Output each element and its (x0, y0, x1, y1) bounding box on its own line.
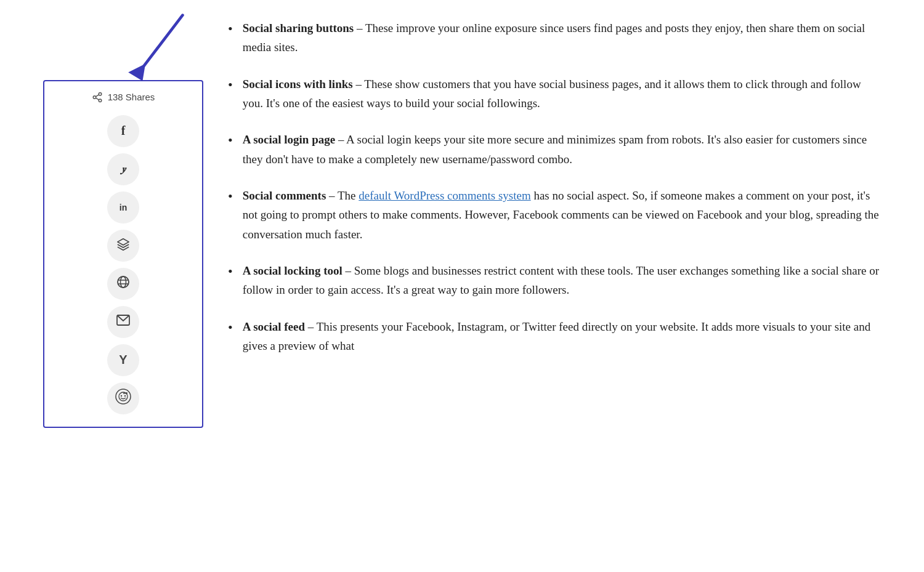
list-text-6: A social feed – This presents your Faceb… (243, 317, 881, 356)
svg-marker-1 (128, 64, 145, 81)
share-count-text: 138 Shares (108, 90, 155, 105)
svg-point-14 (121, 395, 122, 397)
bullet-5: • (228, 262, 233, 281)
print-icon (116, 275, 131, 292)
svg-point-12 (116, 389, 131, 404)
svg-line-6 (95, 95, 99, 97)
email-button[interactable] (107, 306, 139, 338)
yummly-icon: Y (119, 353, 127, 367)
list-text-1: Social sharing buttons – These improve y… (243, 18, 881, 57)
list-item-6: • A social feed – This presents your Fac… (228, 317, 881, 356)
list-item-1: • Social sharing buttons – These improve… (228, 18, 881, 57)
email-icon (116, 315, 130, 329)
list-rest-3: – A social login keeps your site more se… (243, 133, 867, 165)
twitter-icon: 𝒚 (121, 164, 126, 175)
bullet-3: • (228, 131, 233, 150)
linkedin-icon: in (120, 203, 127, 212)
bullet-6: • (228, 318, 233, 337)
svg-point-2 (99, 93, 102, 96)
svg-point-4 (99, 99, 102, 102)
facebook-icon: f (121, 124, 126, 138)
list-item-5: • A social locking tool – Some blogs and… (228, 261, 881, 300)
buffer-icon (116, 238, 130, 253)
bullet-4: • (228, 187, 233, 206)
svg-line-0 (137, 15, 182, 76)
list-text-2: Social icons with links – These show cus… (243, 75, 881, 113)
social-buttons: f 𝒚 in (51, 115, 196, 414)
list-bold-2: Social icons with links (243, 78, 353, 91)
content-area: • Social sharing buttons – These improve… (228, 18, 881, 373)
list-bold-5: A social locking tool (243, 264, 342, 277)
svg-point-15 (124, 395, 126, 397)
share-count-row: 138 Shares (92, 90, 155, 105)
reddit-button[interactable] (107, 382, 139, 414)
reddit-icon (115, 389, 131, 408)
print-button[interactable] (107, 268, 139, 300)
svg-point-8 (121, 276, 126, 288)
share-icon (92, 92, 103, 103)
list-bold-4: Social comments (243, 189, 326, 202)
list-bold-3: A social login page (243, 133, 335, 146)
list-text-4: Social comments – The default WordPress … (243, 186, 881, 244)
list-bold-1: Social sharing buttons (243, 22, 354, 34)
list-pre-link-4: – The (326, 189, 359, 202)
list-item-4: • Social comments – The default WordPres… (228, 186, 881, 244)
bullet-2: • (228, 76, 233, 95)
page-container: 138 Shares f 𝒚 in (31, 18, 893, 428)
list-text-3: A social login page – A social login kee… (243, 130, 881, 169)
content-list: • Social sharing buttons – These improve… (228, 18, 881, 355)
buffer-button[interactable] (107, 230, 139, 262)
list-bold-6: A social feed (243, 320, 305, 333)
svg-line-5 (95, 99, 99, 100)
twitter-button[interactable]: 𝒚 (107, 153, 139, 185)
list-rest-6: – This presents your Facebook, Instagram… (243, 320, 871, 352)
yummly-button[interactable]: Y (107, 344, 139, 376)
social-comments-link[interactable]: default WordPress comments system (359, 189, 530, 202)
svg-line-17 (123, 393, 126, 394)
linkedin-button[interactable]: in (107, 191, 139, 224)
bullet-1: • (228, 20, 233, 39)
social-sidebar: 138 Shares f 𝒚 in (43, 80, 203, 428)
facebook-button[interactable]: f (107, 115, 139, 147)
list-text-5: A social locking tool – Some blogs and b… (243, 261, 881, 300)
list-item-3: • A social login page – A social login k… (228, 130, 881, 169)
list-item-2: • Social icons with links – These show c… (228, 75, 881, 113)
svg-point-3 (93, 96, 96, 99)
svg-point-7 (118, 276, 129, 288)
